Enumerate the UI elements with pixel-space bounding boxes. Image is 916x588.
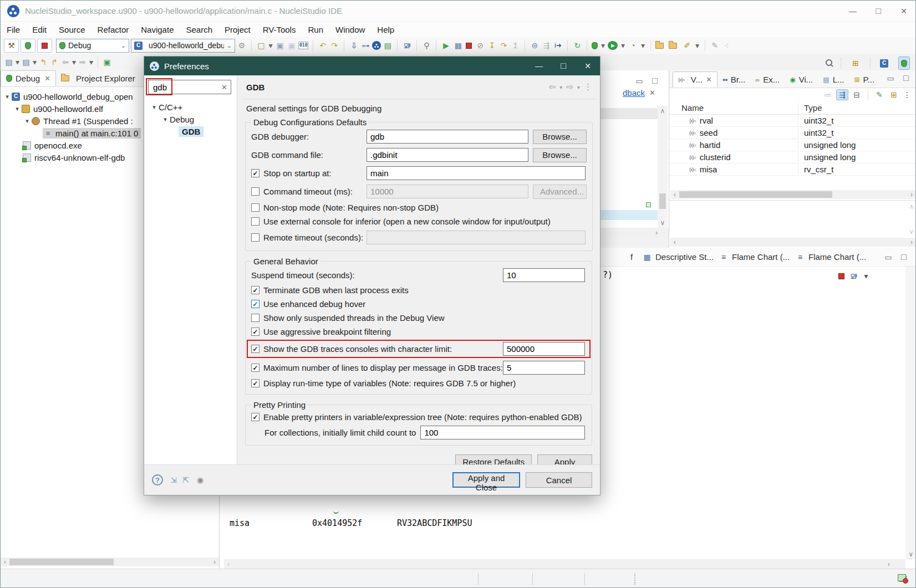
scrollbar-thumb[interactable]	[9, 559, 114, 565]
save-all-icon[interactable]	[287, 39, 297, 52]
instruction-stepping-icon[interactable]	[553, 39, 563, 52]
menu-rv-tools[interactable]: RV-Tools	[257, 25, 302, 34]
variable-detail-pane[interactable]: ∧ ∨	[669, 200, 916, 238]
menu-window[interactable]: Window	[329, 25, 371, 34]
run-dropdown-arrow-icon[interactable]	[619, 39, 626, 52]
scroll-down-icon[interactable]: ∨	[907, 550, 915, 558]
debug-dropdown-icon[interactable]	[592, 42, 598, 49]
close-icon[interactable]: ✕	[649, 89, 655, 97]
nav-forward-dropdown-icon[interactable]: ▾	[577, 84, 580, 90]
menu-project[interactable]: Project	[218, 25, 257, 34]
tab-peripherals[interactable]: ⊞ P...	[849, 71, 879, 88]
show-type-names-icon[interactable]	[822, 89, 834, 100]
scroll-left-icon[interactable]: ‹	[670, 191, 679, 198]
tab-close-icon[interactable]: ✕	[706, 75, 712, 84]
nav-back-icon[interactable]: ⇦	[549, 82, 556, 92]
open-new-view-icon[interactable]	[888, 89, 900, 100]
new-wizard-icon[interactable]	[256, 39, 266, 52]
back-icon[interactable]	[60, 56, 70, 68]
table-row[interactable]: rval uint32_t	[669, 115, 916, 127]
dialog-close-button[interactable]	[576, 57, 600, 75]
minimize-view-icon[interactable]	[883, 251, 893, 263]
open-resource-folder-icon[interactable]	[669, 43, 677, 49]
run-icon[interactable]	[608, 41, 618, 50]
nav-forward-icon[interactable]: ⇨	[566, 82, 573, 92]
debug-dropdown-arrow-icon[interactable]	[599, 39, 606, 52]
debug-button[interactable]	[21, 39, 35, 53]
tab-flame-chart-2[interactable]: Flame Chart (...	[790, 249, 871, 265]
menu-refactor[interactable]: Refactor	[91, 25, 135, 34]
suspend-timeout-input[interactable]	[503, 268, 585, 282]
scroll-right-icon[interactable]: ›	[907, 191, 916, 198]
view-menu-icon[interactable]: ⋮	[584, 82, 592, 92]
gdb-traces-checkbox[interactable]	[251, 345, 259, 353]
scrollbar-thumb[interactable]	[659, 193, 666, 209]
forward-dropdown-icon[interactable]	[89, 56, 94, 68]
expander-icon[interactable]	[161, 113, 170, 125]
scrollbar-thumb[interactable]	[679, 191, 832, 198]
tab-close-icon[interactable]: ✕	[44, 74, 50, 83]
database-icon[interactable]	[383, 39, 393, 52]
open-perspective-button[interactable]	[848, 57, 863, 70]
tab-debug[interactable]: Debug ✕	[1, 70, 56, 86]
menu-help[interactable]: Help	[371, 25, 400, 34]
menu-navigate[interactable]: Navigate	[135, 25, 180, 34]
minimize-view-icon[interactable]	[886, 72, 895, 84]
aggressive-filtering-checkbox[interactable]	[251, 328, 259, 336]
stop-on-startup-input[interactable]	[367, 166, 586, 180]
dialog-maximize-button[interactable]	[551, 57, 576, 75]
next-annotation-icon[interactable]	[4, 56, 14, 68]
nonstop-mode-checkbox[interactable]	[251, 203, 259, 212]
limit-child-count-input[interactable]	[420, 426, 585, 439]
gdb-debugger-input[interactable]	[367, 130, 528, 144]
scroll-down-icon[interactable]: ∨	[907, 228, 916, 236]
save-icon[interactable]	[275, 39, 285, 52]
window-minimize-button[interactable]	[840, 1, 866, 22]
remote-timeout-input[interactable]	[367, 231, 586, 244]
maximize-view-icon[interactable]	[899, 251, 909, 263]
tab-flame-chart-1[interactable]: Flame Chart (...	[714, 249, 795, 265]
cpp-perspective-button[interactable]	[878, 57, 894, 70]
back-dropdown-icon[interactable]	[72, 56, 77, 68]
scroll-right-icon[interactable]: ›	[907, 238, 916, 246]
search-tool-dropdown-icon[interactable]	[694, 39, 700, 52]
debug-view-hscrollbar[interactable]: ‹ ›	[1, 558, 219, 566]
command-timeout-input[interactable]	[367, 185, 528, 198]
skip-breakpoints-icon[interactable]	[530, 39, 540, 52]
view-menu-icon[interactable]	[902, 89, 912, 101]
pin-view-icon[interactable]	[873, 89, 886, 100]
remote-timeout-checkbox[interactable]	[251, 233, 259, 242]
column-header-name[interactable]: Name	[669, 101, 798, 114]
undo-icon[interactable]	[318, 39, 328, 52]
scroll-left-icon[interactable]: ‹	[670, 238, 679, 246]
console-dropdown-icon[interactable]	[863, 270, 869, 282]
command-timeout-checkbox[interactable]	[251, 187, 259, 196]
next-edit-location-icon[interactable]	[49, 56, 59, 68]
feedback-link[interactable]: dback	[623, 88, 645, 98]
gdb-command-file-input[interactable]	[367, 148, 528, 162]
browse-debugger-button[interactable]: Browse...	[533, 130, 587, 144]
expander-icon[interactable]	[13, 103, 22, 115]
previous-annotation-icon[interactable]	[21, 56, 31, 68]
tab-variables[interactable]: V... ✕	[673, 71, 717, 88]
import-preferences-icon[interactable]	[181, 474, 191, 486]
tab-descriptive-statistics[interactable]: Descriptive St...	[637, 249, 719, 265]
show-instructions-icon[interactable]	[541, 39, 551, 52]
advanced-button[interactable]: Advanced...	[533, 185, 587, 199]
open-element-icon[interactable]	[102, 56, 112, 68]
table-row[interactable]: hartid unsigned long	[669, 139, 916, 151]
tab-log[interactable]: ▤ L...	[818, 71, 849, 88]
nav-back-dropdown-icon[interactable]: ▾	[559, 84, 562, 90]
launch-config-combo[interactable]: u900-helloworld_debug_ ⌄	[131, 39, 235, 53]
table-row[interactable]: misa rv_csr_t	[669, 163, 916, 176]
inspect-icon[interactable]	[421, 39, 431, 52]
runtime-type-checkbox[interactable]	[251, 379, 259, 387]
build-button[interactable]	[4, 39, 19, 53]
apply-and-close-button[interactable]: Apply and Close	[452, 472, 520, 488]
redo-icon[interactable]	[329, 39, 339, 52]
detail-hscrollbar[interactable]: ‹ ›	[670, 238, 916, 247]
pref-tree-cpp[interactable]: C/C++	[144, 101, 237, 113]
background-jobs-icon[interactable]	[899, 576, 907, 582]
menu-source[interactable]: Source	[53, 25, 91, 34]
collapse-all-icon[interactable]	[851, 89, 863, 100]
